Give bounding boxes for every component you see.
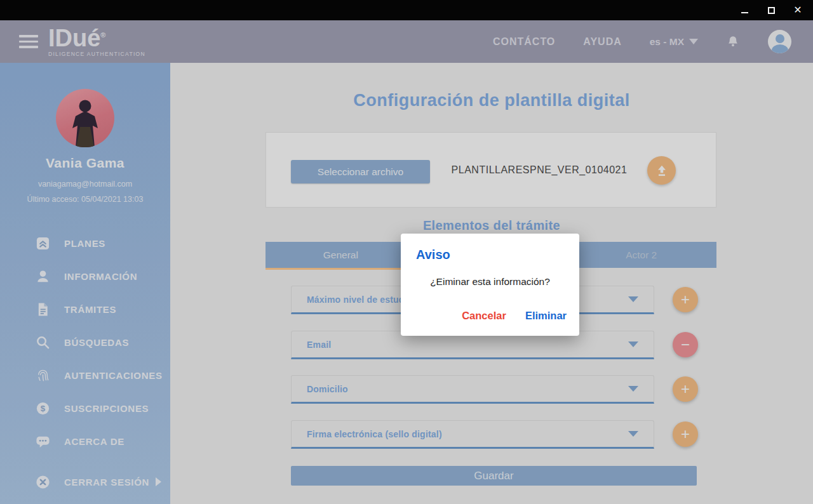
sidebar-item-busquedas[interactable]: BÚSQUEDAS (0, 326, 170, 359)
language-selector[interactable]: es - MX (650, 36, 698, 48)
tab-actor-2[interactable]: Actor 2 (566, 242, 716, 268)
nav-help-link[interactable]: AYUDA (583, 36, 621, 48)
registered-mark: ® (100, 32, 105, 39)
arrow-right-icon (156, 477, 161, 486)
select-caret-icon (628, 386, 638, 392)
save-button[interactable]: Guardar (291, 466, 697, 486)
nav-contact-link[interactable]: CONTÁCTO (493, 36, 555, 48)
select-file-button[interactable]: Seleccionar archivo (291, 160, 430, 183)
chat-icon (36, 434, 50, 449)
maximize-icon[interactable] (766, 5, 776, 15)
upload-icon (655, 164, 669, 178)
svg-text:$: $ (41, 404, 46, 413)
minimize-icon[interactable] (739, 5, 749, 15)
profile-name: Vania Gama (0, 156, 170, 171)
section-title: Elementos del trámite (170, 218, 813, 233)
file-picker-card: Seleccionar archivo PLANTILLARESPNE_VER_… (265, 132, 716, 208)
profile-last-access: Último acceso: 05/04/2021 13:03 (0, 195, 170, 204)
sidebar: Vania Gama vaniagamag@hotmail.com Último… (0, 63, 170, 504)
logo-subtitle: DILIGENCE AUTHENTICATION (48, 51, 145, 57)
sidebar-item-planes[interactable]: PLANES (0, 227, 170, 260)
language-value: es - MX (650, 36, 684, 48)
sidebar-item-informacion[interactable]: INFORMACIÓN (0, 260, 170, 293)
user-icon (36, 269, 50, 284)
search-icon (36, 335, 50, 350)
logout-label: CERRAR SESIÓN (64, 477, 149, 487)
logo-title: IDué (48, 25, 100, 51)
header-nav: CONTÁCTO AYUDA es - MX (493, 30, 813, 53)
sidebar-item-suscripciones[interactable]: $ SUSCRIPCIONES (0, 392, 170, 425)
chevron-down-icon (689, 39, 698, 44)
fingerprint-icon (36, 368, 50, 383)
cancel-button[interactable]: Cancelar (462, 310, 506, 322)
menu-hamburger-icon[interactable] (19, 35, 38, 48)
add-field-button-3[interactable]: + (673, 421, 698, 447)
sidebar-menu: PLANES INFORMACIÓN TRÁMITES BÚSQUEDAS AU… (0, 227, 170, 458)
field-select-firma[interactable]: Firma electrónica (sello digital) (291, 420, 654, 449)
dollar-icon: $ (36, 401, 50, 416)
sidebar-item-tramites[interactable]: TRÁMITES (0, 293, 170, 326)
app-header: IDué® DILIGENCE AUTHENTICATION CONTÁCTO … (0, 20, 813, 63)
dialog-actions: Cancelar Eliminar (462, 310, 567, 322)
add-field-button-2[interactable]: + (673, 376, 698, 402)
logout-button[interactable]: CERRAR SESIÓN (0, 469, 170, 494)
window-titlebar: ✕ (0, 0, 813, 20)
plans-icon (36, 236, 50, 251)
sidebar-item-acerca-de[interactable]: ACERCA DE (0, 425, 170, 458)
profile-email: vaniagamag@hotmail.com (0, 180, 170, 189)
dialog-title: Aviso (416, 248, 450, 262)
active-tab-underline (265, 268, 416, 270)
notifications-bell-icon[interactable] (726, 34, 740, 50)
profile-photo (56, 89, 114, 147)
select-caret-icon (628, 431, 638, 437)
logout-x-icon (36, 475, 50, 489)
upload-button[interactable] (647, 156, 676, 185)
remove-field-button[interactable]: − (673, 332, 698, 357)
add-field-button-1[interactable]: + (673, 287, 698, 312)
close-icon[interactable]: ✕ (793, 5, 803, 15)
page-title: Configuración de plantilla digital (170, 91, 813, 110)
tab-general[interactable]: General (265, 242, 416, 268)
confirm-delete-button[interactable]: Eliminar (525, 310, 567, 322)
select-caret-icon (628, 342, 638, 347)
selected-filename: PLANTILLARESPNE_VER_0104021 (444, 164, 635, 176)
document-icon (36, 302, 50, 317)
select-caret-icon (628, 296, 638, 302)
sidebar-item-autenticaciones[interactable]: AUTENTICACIONES (0, 359, 170, 392)
app-logo: IDué® DILIGENCE AUTHENTICATION (48, 26, 145, 57)
field-select-domicilio[interactable]: Domicilio (291, 375, 654, 404)
dialog-message: ¿Eiminar esta información? (401, 276, 579, 288)
confirm-dialog: Aviso ¿Eiminar esta información? Cancela… (401, 234, 579, 336)
user-avatar[interactable] (768, 30, 791, 53)
